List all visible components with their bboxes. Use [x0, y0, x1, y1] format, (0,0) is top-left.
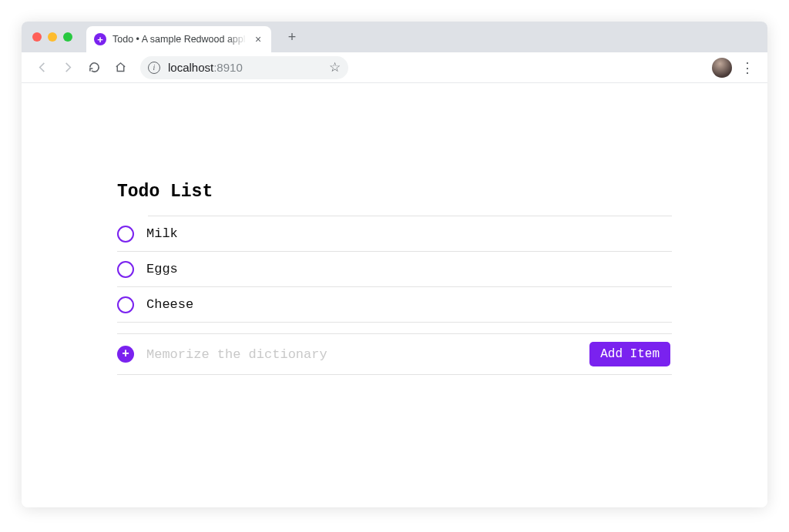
close-tab-button[interactable]: ×: [253, 33, 264, 45]
new-tab-button[interactable]: +: [282, 27, 302, 47]
circle-unchecked-icon[interactable]: [117, 226, 134, 243]
home-button[interactable]: [109, 57, 131, 79]
url-host: localhost: [168, 61, 213, 74]
circle-unchecked-icon[interactable]: [117, 261, 134, 278]
tab-bar: Todo • A sample Redwood appl × +: [22, 22, 767, 52]
todo-app: Todo List Milk Eggs Cheese Add: [117, 182, 672, 375]
back-button[interactable]: [31, 57, 52, 79]
browser-tab[interactable]: Todo • A sample Redwood appl ×: [86, 26, 271, 52]
circle-unchecked-icon[interactable]: [117, 296, 134, 313]
arrow-left-icon: [35, 61, 49, 74]
minimize-window-button[interactable]: [48, 32, 57, 42]
bookmark-star-icon[interactable]: ☆: [329, 59, 341, 75]
reload-button[interactable]: [83, 57, 105, 79]
todo-item-label: Eggs: [146, 262, 178, 276]
add-item-button[interactable]: Add Item: [589, 342, 670, 366]
page-title: Todo List: [117, 182, 672, 202]
address-bar[interactable]: i localhost:8910 ☆: [140, 56, 348, 79]
profile-avatar[interactable]: [712, 58, 732, 78]
browser-toolbar: i localhost:8910 ☆ ⋮: [22, 52, 767, 83]
add-item-input[interactable]: [146, 347, 577, 362]
todo-item[interactable]: Milk: [117, 216, 672, 252]
todo-item[interactable]: Cheese: [117, 287, 672, 323]
window-controls: [32, 32, 72, 42]
add-item-row: Add Item: [117, 333, 672, 375]
browser-menu-button[interactable]: ⋮: [737, 57, 758, 79]
todo-item-label: Milk: [146, 226, 178, 241]
todo-item-label: Cheese: [146, 297, 193, 312]
forward-button[interactable]: [57, 57, 79, 79]
plus-circle-icon: [117, 346, 134, 363]
site-info-icon[interactable]: i: [148, 62, 160, 74]
todo-item[interactable]: Eggs: [117, 252, 672, 287]
url-port: :8910: [213, 61, 243, 74]
home-icon: [114, 61, 127, 74]
reload-icon: [88, 61, 101, 74]
arrow-right-icon: [62, 61, 75, 74]
tab-title: Todo • A sample Redwood appl: [112, 34, 247, 45]
page-content: Todo List Milk Eggs Cheese Add: [22, 83, 767, 507]
todo-list: Milk Eggs Cheese Add Item: [148, 216, 672, 375]
url-text: localhost:8910: [168, 61, 243, 74]
close-window-button[interactable]: [32, 32, 42, 42]
browser-window: Todo • A sample Redwood appl × + i local…: [22, 22, 767, 507]
tab-favicon-icon: [94, 33, 106, 45]
maximize-window-button[interactable]: [63, 32, 72, 42]
